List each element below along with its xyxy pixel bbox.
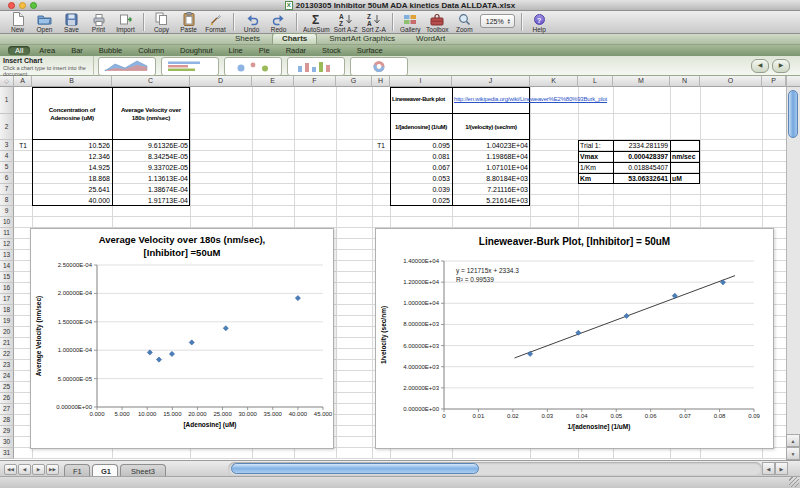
row-header-2[interactable]: 2 bbox=[0, 114, 14, 140]
cell-I8[interactable]: 0.025 bbox=[390, 195, 452, 206]
cell-I2[interactable]: 1/[adenosine] (1/uM) bbox=[390, 114, 452, 140]
row-header-29[interactable]: 29 bbox=[0, 426, 14, 437]
column-header-M[interactable]: M bbox=[613, 76, 670, 87]
cell-J2[interactable]: 1/(velocity) (sec/nm) bbox=[452, 114, 530, 140]
row-header-21[interactable]: 21 bbox=[0, 338, 14, 349]
cell-I3[interactable]: 0.095 bbox=[390, 140, 452, 151]
scroll-right-icon[interactable]: ▶ bbox=[775, 462, 788, 475]
undo-button[interactable]: Undo bbox=[240, 12, 263, 33]
chart-category-pie[interactable]: Pie bbox=[252, 46, 277, 55]
horizontal-scrollbar-thumb[interactable] bbox=[231, 463, 479, 474]
cell-C1[interactable]: Average Velocity over 180s (nm/sec) bbox=[112, 87, 190, 140]
sort-z-a-button[interactable]: ZASort Z-A bbox=[362, 12, 386, 33]
cell-C6[interactable]: 1.13613E-04 bbox=[112, 173, 190, 184]
velocity-chart[interactable]: 0.00000E+005.00000E-051.00000E-041.50000… bbox=[30, 228, 334, 449]
chart-category-bubble[interactable]: Bubble bbox=[92, 46, 129, 55]
previous-sheet-button[interactable]: ◀ bbox=[18, 464, 31, 475]
cell-J8[interactable]: 5.21614E+03 bbox=[452, 195, 530, 206]
column-header-C[interactable]: C bbox=[112, 76, 190, 87]
doughnut-chart-thumbnail[interactable] bbox=[350, 57, 408, 76]
column-chart-thumbnail[interactable] bbox=[287, 57, 345, 76]
row-header-12[interactable]: 12 bbox=[0, 239, 14, 250]
copy-button[interactable]: Copy bbox=[150, 12, 173, 33]
row-header-20[interactable]: 20 bbox=[0, 327, 14, 338]
scroll-left-icon[interactable]: ◀ bbox=[762, 462, 775, 475]
row-header-13[interactable]: 13 bbox=[0, 250, 14, 261]
row-header-5[interactable]: 5 bbox=[0, 162, 14, 173]
row-header-31[interactable]: 31 bbox=[0, 448, 14, 459]
chart-category-stock[interactable]: Stock bbox=[315, 46, 348, 55]
row-header-8[interactable]: 8 bbox=[0, 195, 14, 206]
previous-page-icon[interactable]: ◀ bbox=[751, 59, 769, 73]
cell-B7[interactable]: 25.641 bbox=[32, 184, 112, 195]
zoom-window-icon[interactable] bbox=[30, 2, 37, 9]
cell-C7[interactable]: 1.38674E-04 bbox=[112, 184, 190, 195]
row-header-17[interactable]: 17 bbox=[0, 294, 14, 305]
new-button[interactable]: New bbox=[6, 12, 29, 33]
cell-B4[interactable]: 12.346 bbox=[32, 151, 112, 162]
sort-a-z-button[interactable]: AZSort A-Z bbox=[334, 12, 358, 33]
row-header-14[interactable]: 14 bbox=[0, 261, 14, 272]
cell-M4[interactable]: 0.000428397 bbox=[613, 151, 670, 162]
cell-M3[interactable]: 2334.281199 bbox=[613, 140, 670, 151]
save-button[interactable]: Save bbox=[60, 12, 83, 33]
cell-I4[interactable]: 0.081 bbox=[390, 151, 452, 162]
cell-N4[interactable]: nm/sec bbox=[670, 151, 700, 162]
cell-B8[interactable]: 40.000 bbox=[32, 195, 112, 206]
cell-M5[interactable]: 0.018845407 bbox=[613, 162, 670, 173]
format-button[interactable]: Format bbox=[204, 12, 227, 33]
column-header-F[interactable]: F bbox=[294, 76, 336, 87]
row-header-22[interactable]: 22 bbox=[0, 349, 14, 360]
cell-B5[interactable]: 14.925 bbox=[32, 162, 112, 173]
chart-category-surface[interactable]: Surface bbox=[350, 46, 390, 55]
gallery-tab-smartart-graphics[interactable]: SmartArt Graphics bbox=[320, 34, 404, 44]
cell-B6[interactable]: 18.868 bbox=[32, 173, 112, 184]
row-header-4[interactable]: 4 bbox=[0, 151, 14, 162]
row-header-7[interactable]: 7 bbox=[0, 184, 14, 195]
row-header-26[interactable]: 26 bbox=[0, 393, 14, 404]
last-sheet-button[interactable]: ▶▶ bbox=[46, 464, 59, 475]
cell-C8[interactable]: 1.91713E-04 bbox=[112, 195, 190, 206]
row-header-23[interactable]: 23 bbox=[0, 360, 14, 371]
row-header-3[interactable]: 3 bbox=[0, 140, 14, 151]
next-sheet-button[interactable]: ▶ bbox=[32, 464, 45, 475]
row-header-30[interactable]: 30 bbox=[0, 437, 14, 448]
cell-B1[interactable]: Concentration of Adenosine (uM) bbox=[32, 87, 112, 140]
cell-I6[interactable]: 0.053 bbox=[390, 173, 452, 184]
next-page-icon[interactable]: ▶ bbox=[772, 59, 790, 73]
help-button[interactable]: ?Help bbox=[528, 12, 551, 33]
cell-I7[interactable]: 0.039 bbox=[390, 184, 452, 195]
vertical-scrollbar[interactable] bbox=[786, 87, 800, 460]
gallery-button[interactable]: Gallery bbox=[399, 12, 422, 33]
cell-M6[interactable]: 53.06332641 bbox=[613, 173, 670, 184]
row-header-10[interactable]: 10 bbox=[0, 217, 14, 228]
row-header-9[interactable]: 9 bbox=[0, 206, 14, 217]
row-header-24[interactable]: 24 bbox=[0, 371, 14, 382]
row-header-6[interactable]: 6 bbox=[0, 173, 14, 184]
cell-J6[interactable]: 8.80184E+03 bbox=[452, 173, 530, 184]
cell-N6[interactable]: uM bbox=[670, 173, 700, 184]
chart-category-all[interactable]: All bbox=[8, 46, 30, 55]
cell-C5[interactable]: 9.33702E-05 bbox=[112, 162, 190, 173]
bubble-chart-thumbnail[interactable] bbox=[224, 57, 282, 76]
paste-button[interactable]: Paste bbox=[177, 12, 200, 33]
cell-H3[interactable]: T1 bbox=[372, 140, 390, 151]
column-header-H[interactable]: H bbox=[372, 76, 390, 87]
open-button[interactable]: Open bbox=[33, 12, 56, 33]
cell-J4[interactable]: 1.19868E+04 bbox=[452, 151, 530, 162]
row-header-27[interactable]: 27 bbox=[0, 404, 14, 415]
column-header-A[interactable]: A bbox=[14, 76, 32, 87]
cell-C4[interactable]: 8.34254E-05 bbox=[112, 151, 190, 162]
scroll-up-icon[interactable]: ▲ bbox=[786, 434, 800, 447]
column-header-O[interactable]: O bbox=[700, 76, 762, 87]
column-header-B[interactable]: B bbox=[32, 76, 112, 87]
row-header-28[interactable]: 28 bbox=[0, 415, 14, 426]
vertical-scrollbar-thumb[interactable] bbox=[788, 90, 798, 138]
toolbox-button[interactable]: Toolbox bbox=[426, 12, 449, 33]
row-header-25[interactable]: 25 bbox=[0, 382, 14, 393]
lineweaver-burk-chart[interactable]: 0.00000E+002.00000E+034.00000E+036.00000… bbox=[375, 228, 774, 449]
print-button[interactable]: Print bbox=[87, 12, 110, 33]
cell-L6[interactable]: Km bbox=[578, 173, 613, 184]
cell-B3[interactable]: 10.526 bbox=[32, 140, 112, 151]
resize-grip[interactable] bbox=[789, 477, 799, 487]
